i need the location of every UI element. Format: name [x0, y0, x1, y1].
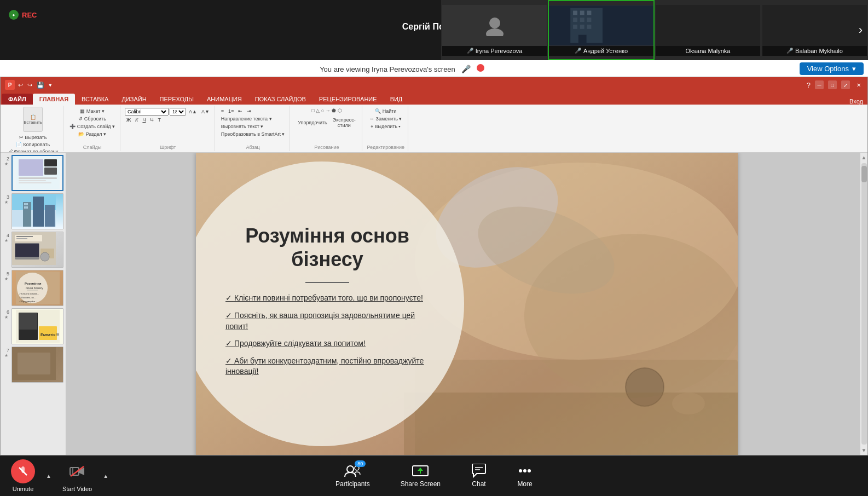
rec-indicator: ● REC	[9, 10, 37, 20]
ribbon-sign-in[interactable]: Вход	[845, 98, 867, 105]
slide-bullet-3: Продовжуйте слідкувати за попитом!	[223, 338, 431, 349]
view-options-button[interactable]: View Options ▾	[800, 62, 864, 75]
italic-button[interactable]: К	[134, 117, 140, 123]
more-button[interactable]: More	[502, 459, 548, 492]
unmute-chevron-up[interactable]: ▲	[46, 473, 51, 479]
slide-scrollbar: ▲ ▼	[860, 153, 867, 455]
customize-icon[interactable]: ▾	[48, 82, 53, 89]
arrange-button[interactable]: Упорядочить	[296, 117, 329, 129]
ribbon-tab-slideshow[interactable]: ПОКАЗ СЛАЙДОВ	[248, 94, 313, 105]
chat-button[interactable]: Chat	[456, 459, 502, 492]
ribbon-group-font: Calibri 18 A▲ A▼ Ж К Ч Ч Т Шрифт	[121, 106, 215, 151]
ribbon-tab-home[interactable]: ГЛАВНАЯ	[33, 94, 75, 105]
slide-thumb-7[interactable]: 7 ★	[3, 347, 63, 383]
ribbon-tab-review[interactable]: РЕЦЕНЗИРОВАНИЕ	[313, 94, 384, 105]
slide-img-3[interactable]	[11, 193, 63, 229]
align-text-button[interactable]: Выровнять текст ▾	[219, 123, 265, 130]
start-video-button[interactable]: Start Video	[62, 459, 92, 492]
format-painter-button[interactable]: 🖌 Формат по образцу	[6, 148, 60, 153]
ribbon-tab-file[interactable]: ФАЙЛ	[2, 94, 33, 105]
share-screen-button[interactable]: Share Screen	[385, 459, 456, 492]
unmute-button[interactable]: Unmute	[11, 459, 35, 492]
scroll-thumb[interactable]	[861, 166, 867, 182]
next-participant-arrow[interactable]: ›	[859, 23, 863, 37]
layout-button[interactable]: ▦ Макет ▾	[68, 108, 117, 114]
paste-button[interactable]: 📋Вставить	[23, 107, 43, 132]
scroll-down-arrow[interactable]: ▼	[860, 446, 867, 455]
underline-button[interactable]: Ч	[141, 117, 147, 123]
svg-rect-17	[44, 168, 57, 175]
participant-name-balaban: 🎤 Balaban Mykhailo	[762, 46, 867, 56]
shadow-button[interactable]: Т	[156, 117, 163, 123]
slide-img-2[interactable]	[11, 155, 63, 191]
svg-point-0	[489, 18, 500, 28]
ppt-minimize-button[interactable]: ─	[815, 80, 824, 89]
font-grow-button[interactable]: A▲	[187, 108, 199, 116]
ribbon-group-clipboard: 📋Вставить ✂ Вырезать 📄 Копировать 🖌 Форм…	[3, 106, 63, 151]
slide-img-6[interactable]: Емпатія!!!	[11, 308, 63, 344]
find-button[interactable]: 🔍 Найти	[368, 108, 403, 114]
slide5-preview: Розуміння основ бізнесу ✓ Клієнти повинн…	[12, 270, 63, 305]
svg-rect-32	[15, 244, 39, 257]
undo-icon[interactable]: ↩	[17, 82, 24, 89]
redo-icon[interactable]: ↪	[26, 82, 33, 89]
smartart-button[interactable]: Преобразовать в SmartArt ▾	[219, 131, 287, 137]
font-family-select[interactable]: Calibri	[125, 108, 169, 116]
ppt-maximize-button[interactable]: ⤢	[841, 80, 850, 89]
svg-rect-28	[24, 206, 26, 209]
slide-thumb-4[interactable]: 4 ★	[3, 232, 63, 268]
bottom-left-controls: Unmute ▲ Start Video ▲	[11, 459, 108, 492]
svg-text:основ бізнесу: основ бізнесу	[26, 286, 43, 290]
replace-button[interactable]: ↔ Заменить ▾	[368, 116, 403, 122]
slide-thumb-3[interactable]: 3 ★	[3, 193, 63, 229]
slide-img-5[interactable]: Розуміння основ бізнесу ✓ Клієнти повинн…	[11, 270, 63, 306]
ribbon-tab-design[interactable]: ДИЗАЙН	[115, 94, 153, 105]
svg-rect-48	[19, 313, 37, 330]
chat-icon	[471, 464, 487, 478]
share-mic-icon: 🎤	[461, 65, 471, 73]
scroll-up-arrow[interactable]: ▲	[860, 153, 867, 162]
participant-thumb-andrey: 🎤 Андрей Устенко	[548, 0, 655, 60]
powerpoint-window: P ↩ ↪ 💾 ▾ ? ─ □ ⤢ ✕ ФАЙЛ ГЛАВНАЯ ВСТАВКА…	[0, 77, 868, 455]
font-shrink-button[interactable]: A▼	[200, 108, 211, 116]
svg-rect-71	[415, 475, 426, 476]
ribbon-tab-view[interactable]: ВИД	[384, 94, 409, 105]
slide-img-4[interactable]	[11, 232, 63, 268]
top-bar: ● REC Сергій Побігун 🎤 Iryna Perevozova	[0, 0, 868, 60]
cut-button[interactable]: ✂ Вырезать	[6, 134, 60, 141]
bullets-button[interactable]: ≡	[219, 108, 225, 114]
indent-less-button[interactable]: ⇤	[236, 108, 244, 114]
slide2-preview	[13, 156, 62, 190]
save-icon[interactable]: 💾	[36, 82, 45, 89]
svg-point-34	[40, 252, 49, 261]
reset-button[interactable]: ↺ Сбросить	[68, 116, 117, 122]
numbering-button[interactable]: 1≡	[227, 108, 235, 114]
participants-button[interactable]: 80 Participants	[320, 459, 385, 492]
svg-rect-37	[16, 238, 27, 239]
text-direction-button[interactable]: Направление текста ▾	[219, 116, 274, 122]
bold-button[interactable]: Ж	[125, 117, 132, 123]
slide-thumb-6[interactable]: 6 ★ Емпатія!!!	[3, 308, 63, 344]
font-size-select[interactable]: 18	[170, 108, 186, 116]
indent-more-button[interactable]: ⇥	[245, 108, 253, 114]
video-chevron-up[interactable]: ▲	[103, 473, 108, 479]
editing-label: Редактирование	[367, 145, 404, 150]
strikethrough-button[interactable]: Ч	[148, 117, 155, 123]
new-slide-button[interactable]: ➕ Создать слайд ▾	[68, 123, 117, 130]
ribbon-tab-transitions[interactable]: ПЕРЕХОДЫ	[153, 94, 200, 105]
quick-styles-button[interactable]: Экспресс-стили	[331, 117, 357, 129]
slide-thumb-2[interactable]: 2 ★	[3, 155, 63, 191]
ppt-close-button[interactable]: ✕	[854, 80, 863, 89]
copy-button[interactable]: 📄 Копировать	[6, 141, 60, 148]
svg-rect-25	[45, 205, 55, 227]
ribbon-tab-animations[interactable]: АНИМАЦИЯ	[200, 94, 248, 105]
select-button[interactable]: ⌖ Выделить ▾	[368, 123, 403, 130]
slide-img-7[interactable]	[11, 347, 63, 383]
ppt-restore-button[interactable]: □	[828, 80, 837, 89]
ppt-help-icon[interactable]: ?	[807, 81, 811, 89]
slide-thumb-5[interactable]: 5 ★ Розуміння основ бізнесу ✓ Клієнти по…	[3, 270, 63, 306]
section-button[interactable]: 📂 Раздел ▾	[68, 131, 117, 137]
svg-point-1	[486, 28, 504, 36]
ribbon-tab-insert[interactable]: ВСТАВКА	[75, 94, 115, 105]
svg-text:Розуміння: Розуміння	[25, 282, 42, 285]
